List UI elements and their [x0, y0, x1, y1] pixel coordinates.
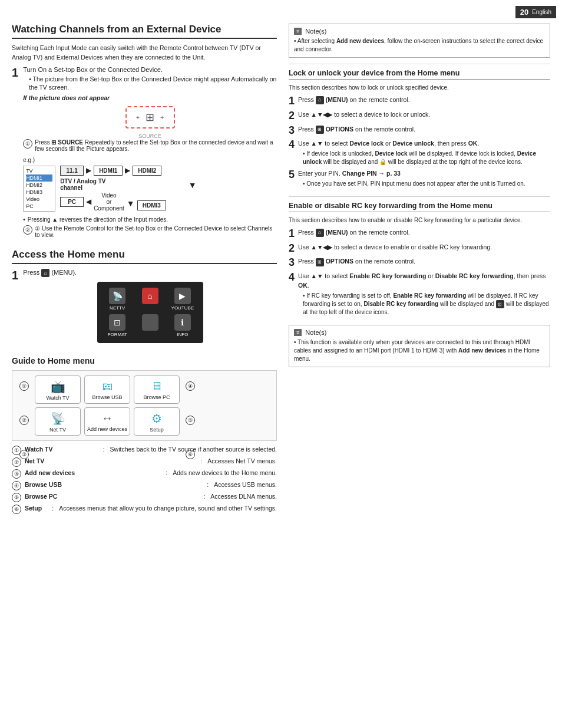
source-box-label: SOURCE [23, 133, 277, 139]
guide-add-devices: ↔ Add new devices [84, 407, 130, 436]
guide-ann-2: ② [19, 416, 29, 425]
lock-step-3-content: Press ⊞ OPTIONS on the remote control. [298, 125, 550, 134]
circle2-annotation: ② ② Use the Remote Control for the Set-t… [23, 225, 277, 238]
eg-label: e.g.) [23, 157, 277, 163]
source-icon: ⊞ [146, 111, 154, 124]
home-menu-image: 📡 NETTV ⌂ ▶ YOUTUBE [23, 282, 277, 343]
component-label: Component [94, 205, 124, 212]
page-number: 20 [520, 8, 528, 17]
step-1-number: 1 [12, 66, 18, 79]
nettv-label: NETTV [110, 305, 125, 311]
rc-step-2-num: 2 [289, 243, 295, 255]
lock-step-4: 4 Use ▲▼ to select Device lock or Device… [289, 139, 550, 166]
add-devices-label: Add new devices [87, 426, 127, 432]
home-step-1-content: Press ⌂ (MENU). 📡 NETTV ⌂ [23, 269, 277, 348]
note-text-1: • After selecting Add new devices, follo… [294, 37, 545, 54]
net-tv-icon: 📡 [51, 411, 65, 426]
circle2-text: ② Use the Remote Control for the Set-top… [35, 225, 277, 238]
nettv-icon: 📡 [109, 288, 125, 304]
guide-list-label-4: Browse USB [25, 481, 201, 488]
arrow2: ▶ [125, 166, 130, 174]
rc-step-4-bullet: If RC key forwarding is set to off, Enab… [303, 292, 550, 317]
menu-icon-lock1: ⌂ [316, 96, 324, 104]
rc-step-4: 4 Use ▲▼ to select Enable RC key forward… [289, 272, 550, 317]
guide-list-colon-6: : [50, 505, 55, 512]
home-step-menu-label: (MENU). [51, 269, 77, 276]
guide-list-colon-4: : [205, 481, 210, 488]
divider-1 [289, 64, 550, 64]
left-column: Watching Channels from an External Devic… [12, 24, 277, 516]
arrow1: ▶ [86, 166, 91, 174]
menu-item-nettv: 📡 NETTV [103, 288, 132, 311]
guide-list-num-5: ⑤ [12, 493, 21, 502]
guide-list-item-2: ② Net TV : Accesses Net TV menus. [12, 457, 277, 467]
guide-list: ① Watch TV : Switches back to the TV sou… [12, 446, 277, 514]
note-header-2: ≡ Note(s) [294, 329, 545, 336]
lock-step-1-num: 1 [289, 95, 295, 107]
rc-step-3-content: Press ⊞ OPTIONS on the remote control. [298, 257, 550, 266]
rc-step-1-content: Press ⌂ (MENU) on the remote control. [298, 228, 550, 238]
source-box-graphic: + ⊞ + [125, 106, 175, 129]
circle-2: ② [23, 225, 32, 235]
rc-display-icon: ⊡ [496, 300, 504, 308]
note-icon-1: ≡ [294, 28, 302, 35]
rc-step-1: 1 Press ⌂ (MENU) on the remote control. [289, 228, 550, 240]
source-image: + ⊞ + [23, 106, 277, 129]
guide-browse-usb: 🖭 Browse USB [84, 375, 130, 404]
browse-pc-label: Browse PC [144, 394, 170, 400]
guide-ann-3: ③ [19, 450, 29, 459]
ch-pc: PC [26, 203, 52, 210]
note-label-1: Note(s) [305, 28, 326, 35]
page-language: English [532, 9, 551, 15]
flow-111: 11.1 [60, 166, 84, 176]
home-menu-title: Access the Home menu [12, 249, 277, 264]
lock-step-1-content: Press ⌂ (MENU) on the remote control. [298, 95, 550, 105]
lock-step-2: 2 Use ▲▼◀▶ to select a device to lock or… [289, 110, 550, 122]
step-1-content: Turn On a Set-top Box or the Connected D… [23, 66, 277, 241]
channel-list: TV HDMI1 HDMI2 HDMI3 Video PC [23, 166, 55, 212]
home-menu-section: Access the Home menu 1 Press ⌂ (MENU). 📡… [12, 249, 277, 514]
youtube-icon: ▶ [174, 288, 191, 304]
guide-list-desc-2: Accesses Net TV menus. [207, 457, 277, 465]
ch-hdmi2: HDMI2 [26, 182, 52, 189]
note-box-2: ≡ Note(s) • This function is available o… [289, 325, 550, 367]
flow-row-1: 11.1 ▶ HDMI1 ▶ HDMI2 [60, 166, 277, 176]
menu-item-youtube: ▶ YOUTUBE [168, 288, 197, 311]
step-1-text: Turn On a Set-top Box or the Connected D… [23, 66, 277, 73]
home-step-1: 1 Press ⌂ (MENU). 📡 NETTV ⌂ [12, 269, 277, 348]
browse-usb-icon: 🖭 [101, 380, 113, 393]
plus-left: + [136, 114, 140, 121]
video-label: Video [94, 192, 124, 199]
guide-list-desc-5: Accesses DLNA menus. [210, 493, 277, 500]
bullet-reverse: • Pressing ▲ reverses the direction of t… [23, 216, 277, 223]
guide-browse-pc: 🖥 Browse PC [134, 375, 180, 404]
flow-diagram: 11.1 ▶ HDMI1 ▶ HDMI2 DTV / Analog TV [60, 166, 277, 212]
watching-channels-intro: Switching Each Input Mode can easily swi… [12, 44, 277, 62]
guide-list-label-5: Browse PC [25, 493, 199, 500]
lock-step-3: 3 Press ⊞ OPTIONS on the remote control. [289, 125, 550, 137]
browse-usb-label: Browse USB [92, 394, 123, 400]
lock-step-5-bullet: Once you have set PIN, PIN input menu do… [303, 180, 550, 188]
guide-section: Guide to Home menu ① ② ③ ④ ⑤ [12, 356, 277, 514]
guide-list-num-4: ④ [12, 481, 21, 490]
lock-step-4-num: 4 [289, 139, 295, 151]
options-icon-lock3: ⊞ [316, 126, 324, 134]
guide-list-item-4: ④ Browse USB : Accesses USB menus. [12, 481, 277, 490]
guide-list-label-2: Net TV [25, 457, 196, 465]
arrow3: ▼ [127, 199, 135, 208]
if-picture-label: If the picture does not appear [23, 94, 277, 101]
flow-hdmi3: HDMI3 [137, 200, 166, 210]
step-1: 1 Turn On a Set-top Box or the Connected… [12, 66, 277, 241]
options-icon-rc3: ⊞ [316, 258, 324, 266]
guide-list-num-6: ⑥ [12, 505, 21, 514]
down-arrow: ▼ [108, 180, 277, 190]
ch-hdmi3: HDMI3 [26, 189, 52, 196]
info-label: INFO [177, 332, 188, 337]
right-column: ≡ Note(s) • After selecting Add new devi… [289, 24, 550, 516]
menu-item-home: ⌂ [135, 288, 164, 311]
guide-ann-5: ⑤ [186, 416, 195, 425]
flow-hdmi2: HDMI2 [133, 166, 161, 176]
guide-list-label-1: Watch TV [25, 446, 98, 453]
note-header-1: ≡ Note(s) [294, 28, 545, 35]
info-icon: ℹ [174, 314, 191, 331]
